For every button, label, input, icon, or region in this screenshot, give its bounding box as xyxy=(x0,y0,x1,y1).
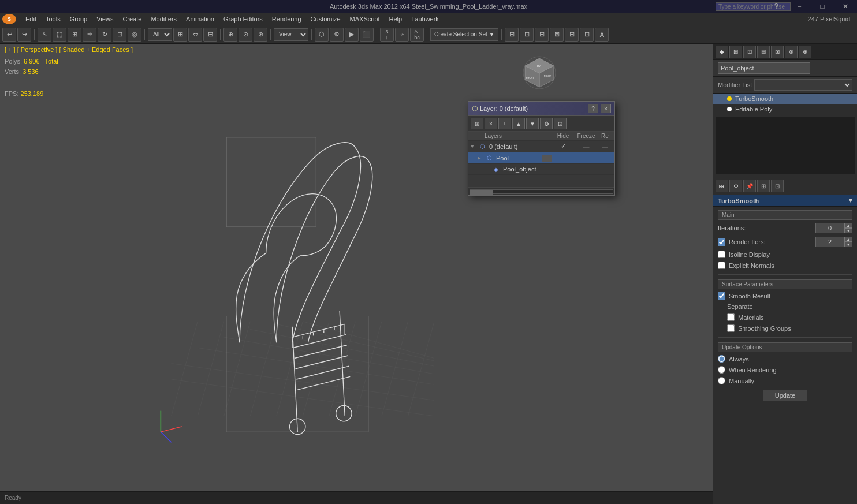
layer-tb-move-up[interactable]: ▲ xyxy=(512,118,525,129)
redo-btn[interactable]: ↪ xyxy=(17,28,31,42)
help-btn[interactable]: ? xyxy=(765,0,788,13)
snap-toggle-btn[interactable]: ⊕ xyxy=(223,28,237,42)
ts-surface-header: Surface Parameters xyxy=(718,279,852,289)
stack-nav-copy[interactable]: ⊞ xyxy=(757,180,770,192)
text-tool-btn[interactable]: Abc xyxy=(410,28,424,42)
ts-iterations-up[interactable]: ▲ xyxy=(844,223,852,228)
snap-2d-btn[interactable]: ⊙ xyxy=(239,28,252,42)
layer-tb-extra[interactable]: ⊡ xyxy=(554,118,567,129)
modifier-icon-3[interactable]: ⊡ xyxy=(743,46,756,58)
menu-views[interactable]: Views xyxy=(92,14,118,24)
stack-nav-config[interactable]: ⚙ xyxy=(729,180,742,192)
ts-materials-checkbox[interactable] xyxy=(727,313,735,321)
minimize-btn[interactable]: − xyxy=(788,0,811,13)
create-selection-set-btn[interactable]: Create Selection Set ▼ xyxy=(430,28,498,41)
modifier-icon-4[interactable]: ⊟ xyxy=(757,46,770,58)
menu-animation[interactable]: Animation xyxy=(181,14,219,24)
search-box[interactable] xyxy=(742,0,765,13)
menu-maxscript[interactable]: MAXScript xyxy=(345,14,385,24)
layer-row-default[interactable]: ▾ ⬡ 0 (default) ✓ — — xyxy=(468,141,614,152)
ts-iterations-down[interactable]: ▼ xyxy=(844,228,852,233)
menu-customize[interactable]: Customize xyxy=(306,14,345,24)
menu-tools[interactable]: Tools xyxy=(41,14,65,24)
menu-edit[interactable]: Edit xyxy=(21,14,41,24)
material-editor-btn[interactable]: ⬡ xyxy=(315,28,329,42)
object-name-input[interactable] xyxy=(718,62,810,74)
verts-label: Verts: xyxy=(5,68,23,75)
modifier-icon-6[interactable]: ⊛ xyxy=(785,46,798,58)
region-select-btn[interactable]: ⬚ xyxy=(53,28,66,42)
menu-modifiers[interactable]: Modifiers xyxy=(146,14,181,24)
undo-btn[interactable]: ↩ xyxy=(2,28,16,42)
render-btn[interactable]: ▶ xyxy=(345,28,359,42)
window-cross-btn[interactable]: ⊞ xyxy=(68,28,81,42)
ts-always-radio[interactable] xyxy=(718,355,725,363)
snap-3d-btn[interactable]: ⊛ xyxy=(254,28,267,42)
render-region-btn[interactable]: ⬛ xyxy=(360,28,374,42)
ts-render-iters-checkbox[interactable] xyxy=(718,238,725,246)
select-by-name-btn[interactable]: ⊞ xyxy=(173,28,187,42)
modifier-editable-poly[interactable]: Editable Poly xyxy=(713,104,857,114)
extra-btn-7[interactable]: A xyxy=(595,28,609,42)
menu-graph-editors[interactable]: Graph Editors xyxy=(219,14,267,24)
extra-btn-3[interactable]: ⊟ xyxy=(535,28,549,42)
mirror-btn[interactable]: ⇔ xyxy=(188,28,202,42)
ts-render-iters-up[interactable]: ▲ xyxy=(844,237,852,242)
extra-btn-1[interactable]: ⊞ xyxy=(505,28,519,42)
layer-dialog-close[interactable]: × xyxy=(601,104,611,113)
modifier-icon-7[interactable]: ⊕ xyxy=(799,46,811,58)
menu-laubwerk[interactable]: Laubwerk xyxy=(407,14,444,24)
extra-btn-4[interactable]: ⊠ xyxy=(550,28,564,42)
menu-group[interactable]: Group xyxy=(65,14,92,24)
menu-create[interactable]: Create xyxy=(118,14,146,24)
ts-manually-radio[interactable] xyxy=(718,377,725,384)
ts-when-rendering-radio[interactable] xyxy=(718,366,725,374)
scale-btn[interactable]: ⊡ xyxy=(113,28,126,42)
ts-render-iters-down[interactable]: ▼ xyxy=(844,242,852,247)
scroll-track[interactable] xyxy=(470,189,613,194)
layer-tb-move-down[interactable]: ▼ xyxy=(526,118,539,129)
layer-filter-dropdown[interactable]: All xyxy=(148,28,172,41)
scroll-thumb[interactable] xyxy=(470,190,493,195)
ts-explicit-normals-checkbox[interactable] xyxy=(718,262,725,269)
modifier-icon-1[interactable]: ◆ xyxy=(716,46,728,58)
layer-tb-refresh[interactable]: ⊞ xyxy=(471,118,483,129)
layer-tb-delete[interactable]: × xyxy=(485,118,497,129)
layer-row-pool-object[interactable]: ◈ Pool_object — — — xyxy=(468,164,614,175)
modifier-turbosmooth[interactable]: TurboSmooth xyxy=(713,94,857,104)
view-dropdown[interactable]: View xyxy=(274,28,308,41)
modifier-icon-2[interactable]: ⊞ xyxy=(729,46,742,58)
viewcube[interactable]: TOP RIGHT FRONT xyxy=(522,55,557,90)
ts-render-iters-input[interactable] xyxy=(815,237,844,247)
layer-scrollbar[interactable] xyxy=(468,187,614,195)
maximize-btn[interactable]: □ xyxy=(811,0,834,13)
num-1-btn[interactable]: 3↓ xyxy=(380,28,394,42)
align-btn[interactable]: ⊟ xyxy=(203,28,217,42)
move-btn[interactable]: ✛ xyxy=(83,28,96,42)
modifier-list-dropdown[interactable] xyxy=(754,79,852,91)
stack-nav-pin[interactable]: 📌 xyxy=(743,180,756,192)
stack-nav-first[interactable]: ⏮ xyxy=(716,180,728,192)
layer-row-pool[interactable]: ▸ ⬡ Pool — — xyxy=(468,152,614,164)
ts-isoline-checkbox[interactable] xyxy=(718,251,725,258)
ts-smooth-result-checkbox[interactable] xyxy=(718,292,725,300)
menu-rendering[interactable]: Rendering xyxy=(267,14,306,24)
stack-nav-paste[interactable]: ⊡ xyxy=(771,180,784,192)
close-btn[interactable]: ✕ xyxy=(834,0,857,13)
select-btn[interactable]: ↖ xyxy=(38,28,51,42)
ts-smoothing-groups-checkbox[interactable] xyxy=(727,324,735,332)
extra-btn-5[interactable]: ⊞ xyxy=(565,28,579,42)
ts-iterations-input[interactable] xyxy=(815,223,844,233)
percent-btn[interactable]: % xyxy=(395,28,409,42)
modifier-icon-5[interactable]: ⊠ xyxy=(771,46,784,58)
extra-btn-6[interactable]: ⊡ xyxy=(580,28,594,42)
layer-tb-settings[interactable]: ⚙ xyxy=(540,118,553,129)
render-setup-btn[interactable]: ⚙ xyxy=(330,28,344,42)
extra-btn-2[interactable]: ⊡ xyxy=(520,28,534,42)
update-button[interactable]: Update xyxy=(763,390,807,401)
use-center-btn[interactable]: ◎ xyxy=(128,28,141,42)
rotate-btn[interactable]: ↻ xyxy=(98,28,111,42)
layer-dialog-help[interactable]: ? xyxy=(588,104,598,113)
menu-help[interactable]: Help xyxy=(385,14,407,24)
layer-tb-add[interactable]: + xyxy=(498,118,511,129)
